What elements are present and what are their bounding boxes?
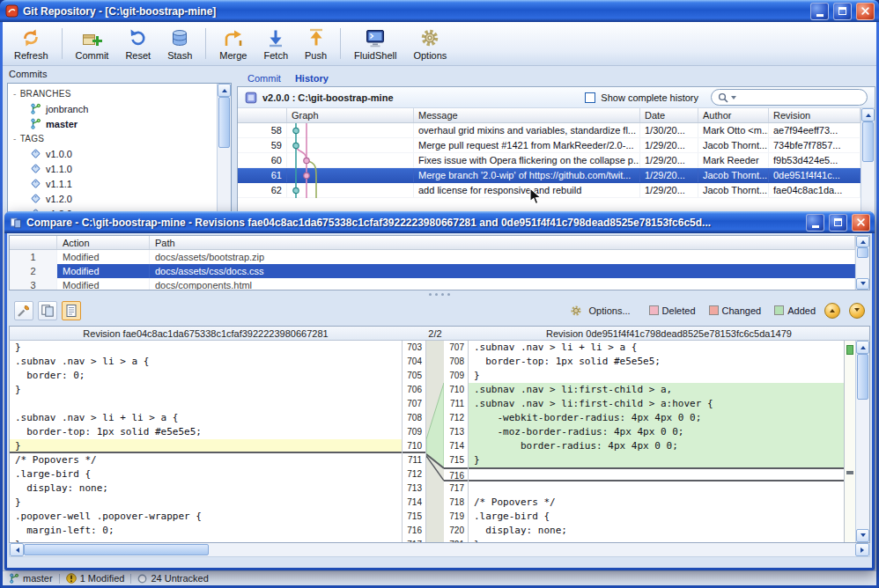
status-untracked[interactable]: 24 Untracked: [137, 573, 208, 584]
scroll-thumb[interactable]: [857, 354, 868, 400]
added-marker[interactable]: [846, 345, 853, 355]
search-dropdown-icon[interactable]: [731, 96, 736, 102]
diff-options-button[interactable]: Options...: [589, 305, 631, 316]
search-box[interactable]: [711, 89, 868, 106]
next-diff-button[interactable]: [849, 303, 865, 319]
column-header-graph[interactable]: Graph: [287, 108, 414, 122]
tree-item-tag[interactable]: v1.1.0: [9, 161, 216, 176]
reset-button[interactable]: Reset: [117, 24, 159, 63]
stash-button[interactable]: Stash: [159, 24, 200, 63]
maximize-button[interactable]: [833, 3, 852, 20]
minimize-button[interactable]: [810, 3, 829, 20]
column-header-path[interactable]: Path: [150, 236, 855, 249]
scroll-up-button[interactable]: [856, 236, 869, 247]
column-header-author[interactable]: Author: [698, 108, 769, 122]
file-list-scrollbar[interactable]: [855, 236, 869, 290]
scroll-right-button[interactable]: [855, 543, 869, 556]
diff-scrollbar[interactable]: [855, 341, 869, 542]
main-titlebar[interactable]: Git Repository - [C:\git-boostrap-mine]: [0, 0, 879, 22]
column-header-revision[interactable]: Revision: [769, 108, 861, 122]
app-icon: [5, 4, 18, 18]
file-row[interactable]: 3 Modified docs/components.html: [10, 278, 855, 290]
close-button[interactable]: [856, 3, 875, 20]
options-button[interactable]: Options: [405, 24, 454, 63]
history-row[interactable]: 60 Fixes issue with Opera flickering on …: [238, 153, 861, 168]
tools-button[interactable]: [14, 301, 33, 320]
line-number: 708: [403, 411, 425, 425]
column-header-action[interactable]: Action: [57, 236, 150, 249]
status-separator: [59, 574, 60, 584]
diff-overview-ruler[interactable]: [844, 341, 855, 542]
tag-label: v1.0.0: [46, 149, 72, 159]
code-line: .subnav .nav > li + li > a {: [10, 411, 402, 425]
scroll-thumb[interactable]: [857, 247, 868, 258]
branch-icon: [30, 103, 41, 114]
text-view-button[interactable]: [62, 301, 81, 320]
tree-item-branch[interactable]: jonbranch: [9, 101, 216, 116]
file-row[interactable]: 1 Modified docs/assets/bootstrap.zip: [10, 250, 855, 264]
code-line: /* Popovers */: [10, 453, 402, 467]
maximize-button[interactable]: [829, 214, 847, 232]
tree-item-tag[interactable]: v1.1.1: [9, 176, 216, 191]
scroll-up-button[interactable]: [218, 84, 231, 97]
column-header-date[interactable]: Date: [640, 108, 698, 122]
splitter-handle[interactable]: [7, 290, 872, 298]
minimize-button[interactable]: [806, 214, 824, 232]
merge-button[interactable]: Merge: [211, 24, 255, 63]
search-input[interactable]: [739, 92, 861, 103]
scroll-thumb[interactable]: [218, 97, 230, 148]
graph-cell: [287, 183, 414, 197]
copy-button[interactable]: [38, 301, 57, 320]
tags-group[interactable]: -TAGS: [9, 131, 216, 146]
tree-item-tag[interactable]: v1.2.0: [9, 191, 216, 206]
scroll-thumb[interactable]: [24, 544, 209, 555]
collapse-icon[interactable]: -: [13, 134, 17, 143]
refresh-button[interactable]: Refresh: [6, 24, 56, 63]
untracked-icon: [137, 574, 147, 584]
fetch-button[interactable]: Fetch: [256, 24, 297, 63]
tab-commit[interactable]: Commit: [247, 73, 281, 84]
code-line: [10, 397, 402, 411]
commit-message: add license for responsive and rebuild: [414, 183, 640, 197]
scroll-thumb[interactable]: [862, 121, 874, 162]
scroll-down-button[interactable]: [856, 278, 869, 290]
scroll-up-button[interactable]: [861, 108, 875, 121]
diff-horizontal-scrollbar[interactable]: [9, 543, 870, 557]
history-row[interactable]: 61 Merge branch '2.0-wip' of https://git…: [238, 168, 861, 183]
scroll-up-button[interactable]: [856, 341, 869, 354]
compare-titlebar[interactable]: Compare - C:\git-boostrap-mine - Revisio…: [4, 211, 875, 233]
fluidshell-icon: [365, 27, 386, 48]
history-row[interactable]: 59 Merge pull request #1421 from MarkRee…: [238, 138, 861, 153]
separator-marker[interactable]: [846, 471, 853, 474]
tree-item-branch[interactable]: master: [9, 116, 216, 131]
history-row[interactable]: 62 add license for responsive and rebuil…: [238, 183, 861, 198]
toolbar-separator: [340, 28, 341, 59]
line-number: 719: [444, 510, 468, 524]
close-button[interactable]: [852, 214, 870, 232]
collapse-icon[interactable]: -: [13, 89, 17, 99]
status-branch-label: master: [23, 573, 53, 584]
show-complete-history-checkbox[interactable]: [585, 92, 595, 103]
code-line: .subnav .nav > li + li > a {: [469, 341, 844, 355]
repo-icon: [245, 92, 257, 104]
history-row[interactable]: 58 overhaul grid mixins and variables, s…: [238, 123, 861, 138]
fluidshell-button[interactable]: FluidShell: [346, 24, 404, 63]
file-row[interactable]: 2 Modified docs/assets/css/docs.css: [10, 264, 855, 278]
column-header-message[interactable]: Message: [414, 108, 640, 122]
status-modified[interactable]: 1 Modified: [66, 573, 125, 584]
scroll-down-button[interactable]: [856, 529, 869, 542]
commit-button[interactable]: Commit: [68, 24, 117, 63]
branches-group[interactable]: -BRANCHES: [9, 86, 216, 101]
scroll-left-button[interactable]: [10, 543, 24, 556]
push-button[interactable]: Push: [297, 24, 335, 63]
tab-history[interactable]: History: [295, 73, 329, 84]
status-modified-label: 1 Modified: [80, 573, 125, 584]
compare-window-title: Compare - C:\git-boostrap-mine - Revisio…: [26, 217, 801, 229]
file-rows: Action Path 1 Modified docs/assets/boots…: [10, 236, 855, 290]
line-number: 714: [403, 496, 425, 510]
column-header-num[interactable]: [10, 236, 57, 249]
column-header-num[interactable]: [238, 108, 287, 122]
tree-item-tag[interactable]: v1.0.0: [9, 146, 216, 161]
tag-icon: [30, 148, 41, 159]
previous-diff-button[interactable]: [824, 303, 840, 319]
